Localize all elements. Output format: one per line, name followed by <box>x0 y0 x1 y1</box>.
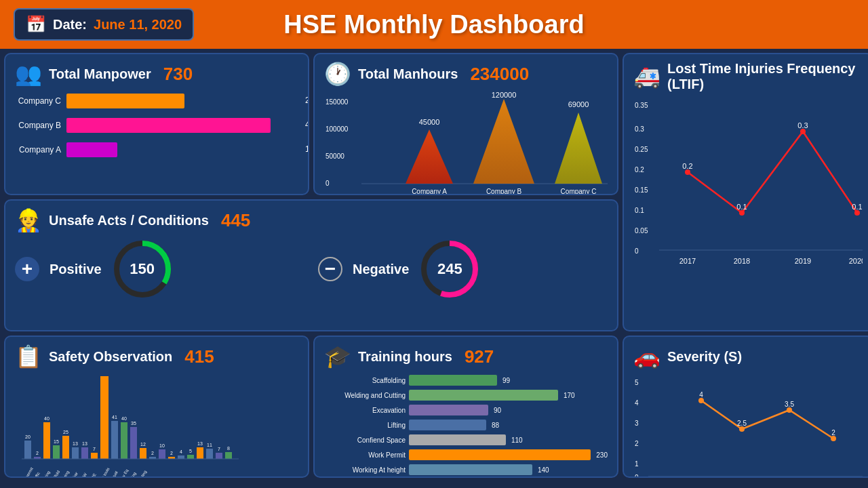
manpower-title: Total Manpower <box>49 66 151 82</box>
manhours-svg: 150000 100000 50000 0 <box>324 92 608 195</box>
company-b-bar <box>66 118 271 133</box>
lifting-label: Lifting <box>324 422 406 429</box>
training-icon: 🎓 <box>324 344 351 369</box>
safety-value: 415 <box>184 346 214 367</box>
svg-text:1: 1 <box>635 460 639 468</box>
svg-text:11: 11 <box>207 443 212 447</box>
svg-text:Company B: Company B <box>486 188 522 195</box>
svg-text:Work permit: Work permit <box>20 466 34 478</box>
training-bar-confined: Confiend Space 110 <box>324 434 608 445</box>
training-title: Training hours <box>358 349 452 365</box>
severity-header: 🚗 Severity (S) <box>633 344 863 369</box>
svg-rect-92 <box>206 449 213 459</box>
svg-text:Scaffold: Scaffold <box>50 470 60 478</box>
svg-text:0.1: 0.1 <box>635 207 644 214</box>
svg-rect-41 <box>24 441 31 459</box>
svg-rect-47 <box>43 422 50 459</box>
company-b-bar-container: 400 <box>66 118 298 133</box>
svg-text:2: 2 <box>635 440 639 447</box>
excavation-value: 90 <box>494 407 501 414</box>
company-b-value: 400 <box>305 120 309 129</box>
height-bar <box>409 464 532 475</box>
svg-rect-82 <box>159 449 165 459</box>
company-a-bar-container: 100 <box>66 142 298 157</box>
welding-label: Welding and Cutting <box>324 392 406 399</box>
lifting-bar <box>409 420 486 430</box>
positive-section: + Positive 150 <box>15 239 304 300</box>
svg-text:Heavy Eq: Heavy Eq <box>117 468 129 478</box>
unsafe-card: 👷 Unsafe Acts / Conditions 445 + Positiv… <box>4 199 618 331</box>
svg-text:PPE: PPE <box>90 472 97 478</box>
svg-text:4: 4 <box>699 391 703 399</box>
manpower-bar-companyA: Company A 100 <box>15 142 298 157</box>
manpower-chart: Company C 230 Company B 400 Company A 10… <box>15 94 298 157</box>
svg-text:15: 15 <box>54 439 59 444</box>
excavation-label: Excavation <box>324 407 406 414</box>
height-label: Working At height <box>324 466 406 474</box>
calendar-icon: 📅 <box>26 15 46 34</box>
svg-text:50000: 50000 <box>326 152 344 160</box>
svg-text:5: 5 <box>189 449 192 453</box>
svg-text:13: 13 <box>73 441 78 446</box>
svg-text:0.1: 0.1 <box>736 203 747 211</box>
ltif-card: 🚑 Lost Time Injuries Frequency (LTIF) 0.… <box>623 53 868 331</box>
welding-bar <box>409 390 558 401</box>
svg-marker-7 <box>555 113 602 184</box>
svg-text:Rebar: Rebar <box>70 471 79 478</box>
manpower-bar-companyB: Company B 400 <box>15 118 298 133</box>
company-c-label: Company C <box>15 96 61 106</box>
manpower-value: 730 <box>163 64 193 85</box>
svg-rect-62 <box>91 453 98 459</box>
svg-text:2.5: 2.5 <box>737 420 747 427</box>
svg-text:40: 40 <box>44 416 50 421</box>
scaffolding-value: 99 <box>502 377 510 384</box>
svg-text:2018: 2018 <box>734 257 750 265</box>
svg-point-106 <box>698 398 704 403</box>
svg-point-25 <box>800 129 806 134</box>
svg-text:7: 7 <box>218 447 220 451</box>
company-a-value: 100 <box>305 144 309 154</box>
confined-label: Confiend Space <box>324 436 406 444</box>
training-chart: Scaffolding 99 Welding and Cutting 170 E… <box>324 375 608 478</box>
manhours-header: 🕐 Total Manhours 234000 <box>324 61 608 87</box>
svg-text:0.25: 0.25 <box>635 146 648 153</box>
svg-text:0: 0 <box>635 247 639 255</box>
svg-text:2: 2 <box>151 451 154 455</box>
svg-text:45000: 45000 <box>419 118 440 126</box>
safety-header: 📋 Safety Observation 415 <box>15 344 298 369</box>
height-value: 140 <box>538 466 549 474</box>
svg-text:0.15: 0.15 <box>635 186 648 194</box>
svg-text:0.1: 0.1 <box>852 203 862 211</box>
svg-text:2019: 2019 <box>795 257 811 265</box>
svg-marker-6 <box>473 99 534 184</box>
svg-rect-68 <box>111 421 118 459</box>
svg-text:0: 0 <box>635 474 639 478</box>
company-b-label: Company B <box>15 121 61 130</box>
safety-svg: 20 Work permit 2 Traffic 40 Signing 15 S… <box>15 375 298 478</box>
safety-title: Safety Observation <box>49 349 172 365</box>
svg-text:2020: 2020 <box>849 257 863 265</box>
svg-text:100000: 100000 <box>326 125 349 133</box>
svg-marker-5 <box>406 129 453 184</box>
svg-text:Manual: Manual <box>108 470 119 478</box>
scaffolding-bar <box>409 375 497 386</box>
svg-text:0.35: 0.35 <box>635 102 648 109</box>
svg-point-107 <box>739 426 745 432</box>
svg-text:8: 8 <box>227 446 230 451</box>
svg-text:0.2: 0.2 <box>635 166 644 174</box>
ltif-icon: 🚑 <box>633 64 660 89</box>
unsafe-value: 445 <box>221 210 250 231</box>
company-a-bar <box>66 142 117 157</box>
svg-text:150000: 150000 <box>326 98 349 106</box>
svg-point-109 <box>831 436 836 441</box>
ltif-subtitle: (LTIF) <box>667 77 855 92</box>
svg-text:69000: 69000 <box>568 100 589 108</box>
date-value: June 11, 2020 <box>94 17 182 33</box>
ltif-chart: 0.35 0.3 0.25 0.2 0.15 0.1 0.05 0 <box>633 98 863 281</box>
svg-text:3.5: 3.5 <box>785 401 794 408</box>
training-header: 🎓 Training hours 927 <box>324 344 608 369</box>
ltif-title-block: Lost Time Injuries Frequency (LTIF) <box>667 61 855 92</box>
manpower-card: 👥 Total Manpower 730 Company C 230 Compa… <box>4 53 309 195</box>
svg-rect-90 <box>197 447 203 459</box>
ltif-title: Lost Time Injuries Frequency <box>667 61 855 77</box>
